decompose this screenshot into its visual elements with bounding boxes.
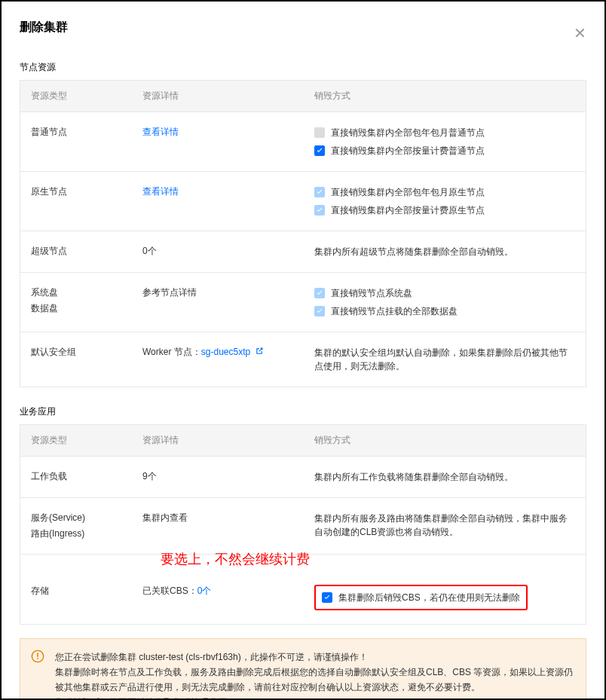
checkbox-common-postpaid[interactable] xyxy=(314,145,325,156)
checkbox-label: 直接销毁集群内全部包年包月普通节点 xyxy=(331,126,485,139)
annotation-highlight-box: 集群删除后销毁CBS，若仍在使用则无法删除 xyxy=(314,585,528,610)
row-workload: 工作负载 9个 集群内所有工作负载将随集群删除全部自动销毁。 xyxy=(20,457,586,498)
row-super-node: 超级节点 0个 集群内所有超级节点将随集群删除全部自动销毁。 xyxy=(20,231,586,273)
annotation-text: 要选上，不然会继续计费 xyxy=(161,550,586,568)
section-nodes-title: 节点资源 xyxy=(20,57,586,80)
cell-type: 普通节点 xyxy=(20,112,132,152)
header-destroy-method: 销毁方式 xyxy=(304,81,586,112)
table-header: 资源类型 资源详情 销毁方式 xyxy=(20,81,586,112)
sg-prefix: Worker 节点： xyxy=(142,347,201,357)
checkbox-label: 直接销毁集群内全部按量计费原生节点 xyxy=(331,203,485,217)
cell-method: 集群的默认安全组均默认自动删除，如果集群删除后仍被其他节点使用，则无法删除。 xyxy=(304,332,586,387)
header-resource-type: 资源类型 xyxy=(20,81,132,112)
row-service-ingress: 服务(Service) 路由(Ingress) 集群内查看 集群内所有服务及路由… xyxy=(20,498,586,555)
dialog-title: 删除集群 xyxy=(20,20,586,35)
cell-type: 超级节点 xyxy=(20,231,132,271)
section-apps-title: 业务应用 xyxy=(20,401,586,424)
warning-icon xyxy=(31,650,44,663)
cell-detail: 集群内查看 xyxy=(132,498,304,538)
row-security-group: 默认安全组 Worker 节点：sg-duec5xtp 集群的默认安全组均默认自… xyxy=(20,332,586,387)
header-resource-type: 资源类型 xyxy=(20,425,132,456)
cell-detail: 参考节点详情 xyxy=(132,273,304,313)
nodes-table: 资源类型 资源详情 销毁方式 普通节点 查看详情 直接销毁集群内全部包年包月普通… xyxy=(20,80,586,387)
header-destroy-method: 销毁方式 xyxy=(304,425,586,456)
row-common-node: 普通节点 查看详情 直接销毁集群内全部包年包月普通节点 直接销毁集群内全部按量计… xyxy=(20,112,586,172)
cell-type: 默认安全组 xyxy=(20,332,132,372)
cell-type: 原生节点 xyxy=(20,172,132,212)
warning-line1: 您正在尝试删除集群 cluster-test (cls-rbvf163h)，此操… xyxy=(55,650,574,665)
row-native-node: 原生节点 查看详情 直接销毁集群内全部包年包月原生节点 直接销毁集群内全部按量计… xyxy=(20,172,586,231)
svg-rect-1 xyxy=(37,653,38,657)
row-disk: 系统盘 数据盘 参考节点详情 直接销毁节点系统盘 直接销毁节点挂载的全部数据盘 xyxy=(20,273,586,332)
sg-link[interactable]: sg-duec5xtp xyxy=(201,347,250,357)
cell-type: 系统盘 数据盘 xyxy=(20,273,132,329)
apps-table: 资源类型 资源详情 销毁方式 工作负载 9个 集群内所有工作负载将随集群删除全部… xyxy=(20,424,586,625)
warning-line2: 集群删除时将在节点及工作负载，服务及路由删除完成后根据您的选择自动删除默认安全组… xyxy=(55,665,574,695)
checkbox-native-prepaid[interactable] xyxy=(314,187,325,197)
table-header: 资源类型 资源详情 销毁方式 xyxy=(20,425,586,457)
checkbox-label: 直接销毁集群内全部按量计费普通节点 xyxy=(331,144,485,157)
checkbox-label: 直接销毁集群内全部包年包月原生节点 xyxy=(331,185,485,199)
checkbox-label: 集群删除后销毁CBS，若仍在使用则无法删除 xyxy=(338,591,520,604)
cell-detail: 9个 xyxy=(132,457,304,497)
view-detail-link[interactable]: 查看详情 xyxy=(142,186,179,197)
cbs-prefix: 已关联CBS： xyxy=(142,585,197,596)
external-link-icon xyxy=(255,347,264,356)
checkbox-destroy-cbs[interactable] xyxy=(322,592,332,603)
cell-type: 服务(Service) 路由(Ingress) xyxy=(20,498,132,554)
header-resource-detail: 资源详情 xyxy=(132,81,304,112)
svg-rect-2 xyxy=(37,658,38,659)
cell-type: 存储 xyxy=(20,571,132,611)
warning-line3: 集群销毁后，将不再继续收取集群管理费用 xyxy=(55,695,574,700)
cell-method: 集群内所有工作负载将随集群删除全部自动销毁。 xyxy=(304,457,586,497)
checkbox-sysdisk[interactable] xyxy=(314,288,325,298)
checkbox-label: 直接销毁节点挂载的全部数据盘 xyxy=(331,304,458,318)
cell-method: 集群内所有服务及路由将随集群删除全部自动销毁，集群中服务自动创建的CLB资源也将… xyxy=(304,498,586,552)
cell-method: 集群内所有超级节点将随集群删除全部自动销毁。 xyxy=(304,231,586,272)
checkbox-common-prepaid[interactable] xyxy=(314,127,325,138)
checkbox-label: 直接销毁节点系统盘 xyxy=(331,286,412,300)
cbs-count-link[interactable]: 0个 xyxy=(197,585,212,596)
cell-type: 工作负载 xyxy=(20,457,132,497)
cell-detail: 0个 xyxy=(132,231,304,271)
header-resource-detail: 资源详情 xyxy=(132,425,304,456)
close-icon[interactable]: ✕ xyxy=(574,26,586,41)
view-detail-link[interactable]: 查看详情 xyxy=(142,127,179,137)
row-storage: 存储 已关联CBS：0个 集群删除后销毁CBS，若仍在使用则无法删除 xyxy=(20,571,586,625)
checkbox-datadisk[interactable] xyxy=(314,306,325,316)
checkbox-native-postpaid[interactable] xyxy=(314,205,325,216)
warning-box: 您正在尝试删除集群 cluster-test (cls-rbvf163h)，此操… xyxy=(20,638,586,700)
